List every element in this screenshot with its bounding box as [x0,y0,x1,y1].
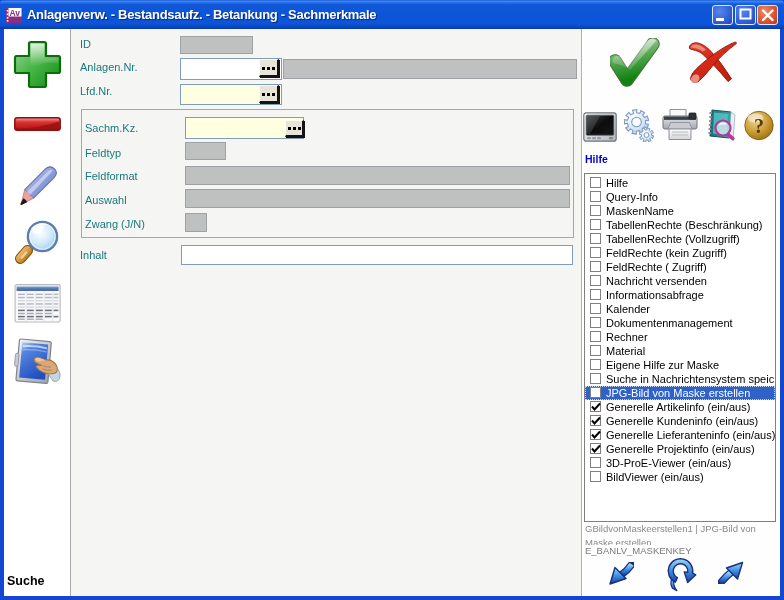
svg-text:?: ? [754,115,764,137]
svg-text:Av: Av [10,8,21,18]
